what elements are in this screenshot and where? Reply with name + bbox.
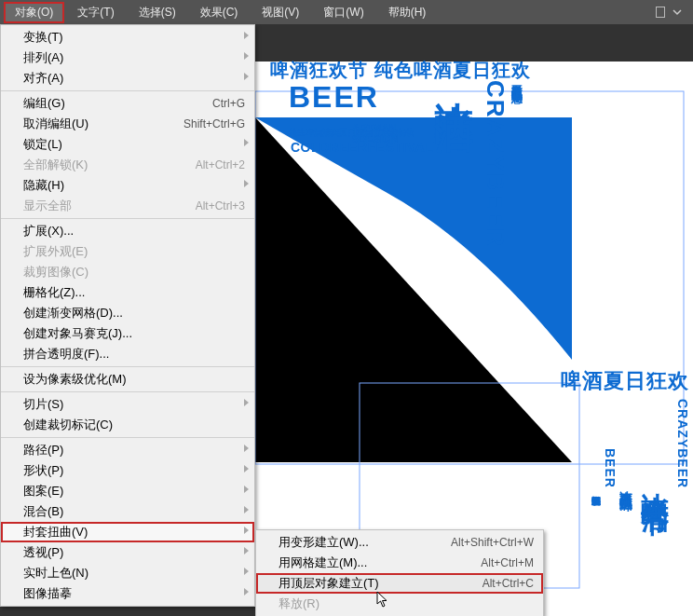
object-menu-item-14-label: 栅格化(Z)...: [23, 284, 245, 301]
envelope-submenu-item-1[interactable]: 用网格建立(M)...Alt+Ctrl+M: [256, 553, 543, 573]
art-block2-main: 冰爽啤酒节: [635, 399, 673, 488]
object-menu-item-17[interactable]: 拼合透明度(F)...: [1, 344, 254, 364]
object-menu-item-16[interactable]: 创建对象马赛克(J)...: [1, 323, 254, 344]
object-menu-item-0-label: 变换(T): [23, 29, 245, 46]
menubar: 对象(O) 文字(T) 选择(S) 效果(C) 视图(V) 窗口(W) 帮助(H…: [0, 0, 693, 24]
art-vert-main: 冰爽啤酒: [436, 71, 471, 86]
chevron-right-icon: [244, 32, 249, 39]
object-menu-item-4[interactable]: 编组(G)Ctrl+G: [1, 93, 254, 114]
object-menu-item-1[interactable]: 排列(A): [1, 48, 254, 68]
object-menu-item-14[interactable]: 栅格化(Z)...: [1, 282, 254, 303]
object-menu-item-28-label: 封套扭曲(V): [23, 524, 245, 541]
object-menu-item-13-label: 裁剪图像(C): [23, 264, 245, 281]
object-menu-item-24[interactable]: 路径(P): [1, 440, 254, 460]
envelope-submenu-item-2-label: 用顶层对象建立(T): [279, 575, 482, 592]
art-headline: 啤酒狂欢节 纯色啤酒夏日狂欢: [270, 62, 531, 78]
object-menu-item-29[interactable]: 透视(P): [1, 542, 254, 563]
envelope-submenu-item-0-label: 用变形建立(W)...: [279, 534, 451, 551]
object-menu-item-31-label: 图像描摹: [23, 585, 245, 602]
object-menu-item-12: 扩展外观(E): [1, 241, 254, 262]
chevron-right-icon: [244, 568, 249, 575]
art-sub-cn: 纯生啤酒清爽夏日啤酒节邀您畅饮: [289, 129, 414, 136]
object-menu-item-29-label: 透视(P): [23, 544, 245, 561]
art-coldfest: COLDBEERFESTIVAL: [291, 142, 433, 154]
chevron-right-icon: [244, 180, 249, 187]
chevron-right-icon: [244, 445, 249, 452]
art-vert-small: 冰爽夏日 疯狂啤酒 邀您喝: [510, 76, 523, 83]
object-menu: 变换(T)排列(A)对齐(A)编组(G)Ctrl+G取消编组(U)Shift+C…: [0, 24, 255, 607]
chevron-right-icon: [244, 52, 249, 60]
envelope-submenu-item-2-shortcut: Alt+Ctrl+C: [482, 577, 534, 590]
menu-select[interactable]: 选择(S): [128, 2, 187, 23]
object-menu-item-6-label: 锁定(L): [23, 136, 245, 153]
object-menu-item-27[interactable]: 混合(B): [1, 501, 254, 522]
object-menu-item-31[interactable]: 图像描摹: [1, 583, 254, 604]
object-menu-item-26[interactable]: 图案(E): [1, 481, 254, 501]
chevron-right-icon: [244, 527, 249, 534]
chevron-right-icon: [244, 506, 249, 513]
chevron-right-icon: [244, 465, 249, 472]
menu-type[interactable]: 文字(T): [66, 2, 125, 23]
object-menu-item-16-label: 创建对象马赛克(J)...: [23, 325, 245, 342]
envelope-distort-submenu: 用变形建立(W)...Alt+Shift+Ctrl+W用网格建立(M)...Al…: [255, 529, 544, 616]
object-menu-item-27-label: 混合(B): [23, 503, 245, 520]
art-block2-sm: 冰爽夏日疯狂啤酒: [618, 399, 632, 488]
envelope-submenu-item-0[interactable]: 用变形建立(W)...Alt+Shift+Ctrl+W: [256, 532, 543, 553]
chevron-right-icon: [244, 73, 249, 80]
object-menu-item-15-label: 创建渐变网格(D)...: [23, 305, 245, 322]
object-menu-item-5-shortcut: Shift+Ctrl+G: [183, 117, 245, 130]
chevron-right-icon: [244, 139, 249, 146]
object-menu-item-22-label: 创建裁切标记(C): [23, 417, 245, 433]
menubar-icons: [656, 7, 689, 18]
chevron-right-icon: [244, 399, 249, 406]
art-block2-xs: 邀您喝酒畅饮: [591, 399, 601, 488]
object-menu-item-21[interactable]: 切片(S): [1, 394, 254, 415]
envelope-submenu-item-3: 释放(R): [256, 594, 543, 614]
object-menu-item-4-label: 编组(G): [23, 95, 212, 112]
object-menu-item-15[interactable]: 创建渐变网格(D)...: [1, 303, 254, 323]
envelope-submenu-item-2[interactable]: 用顶层对象建立(T)Alt+Ctrl+C: [256, 573, 543, 594]
object-menu-item-19[interactable]: 设为像素级优化(M): [1, 369, 254, 390]
object-menu-item-9-shortcut: Alt+Ctrl+3: [196, 199, 245, 212]
object-menu-item-1-label: 排列(A): [23, 49, 245, 66]
chevron-right-icon: [244, 486, 249, 493]
mouse-cursor-icon: [376, 591, 389, 608]
object-menu-item-6[interactable]: 锁定(L): [1, 134, 254, 155]
envelope-submenu-item-3-label: 释放(R): [279, 595, 534, 612]
menu-help[interactable]: 帮助(H): [377, 2, 438, 23]
object-menu-item-4-shortcut: Ctrl+G: [212, 97, 245, 110]
object-menu-item-28[interactable]: 封套扭曲(V): [1, 522, 254, 542]
object-menu-item-0[interactable]: 变换(T): [1, 27, 254, 48]
envelope-submenu-item-0-shortcut: Alt+Shift+Ctrl+W: [451, 536, 534, 549]
object-menu-item-8-label: 隐藏(H): [23, 177, 245, 194]
object-menu-item-12-label: 扩展外观(E): [23, 243, 245, 260]
object-menu-item-5[interactable]: 取消编组(U)Shift+Ctrl+G: [1, 114, 254, 134]
art-block-lower: 啤酒夏日狂欢 邀您喝酒畅饮 BEER 冰爽夏日疯狂啤酒 冰爽啤酒节 CRAZYB…: [484, 367, 689, 488]
object-menu-item-11[interactable]: 扩展(X)...: [1, 221, 254, 241]
object-menu-item-25[interactable]: 形状(P): [1, 460, 254, 481]
object-menu-item-2[interactable]: 对齐(A): [1, 68, 254, 89]
object-menu-item-13: 裁剪图像(C): [1, 262, 254, 282]
menu-effect[interactable]: 效果(C): [189, 2, 250, 23]
chevron-right-icon: [244, 547, 249, 554]
object-menu-item-11-label: 扩展(X)...: [23, 223, 245, 240]
object-menu-item-26-label: 图案(E): [23, 483, 245, 500]
object-menu-item-21-label: 切片(S): [23, 396, 245, 413]
art-block2-crazy: CRAZYBEER: [675, 399, 689, 488]
object-menu-item-7-shortcut: Alt+Ctrl+2: [196, 158, 245, 171]
chevron-down-icon[interactable]: [673, 7, 682, 17]
object-menu-item-2-label: 对齐(A): [23, 70, 245, 87]
object-menu-item-8[interactable]: 隐藏(H): [1, 175, 254, 196]
object-menu-item-25-label: 形状(P): [23, 462, 245, 479]
object-menu-item-7: 全部解锁(K)Alt+Ctrl+2: [1, 155, 254, 175]
object-menu-item-30[interactable]: 实时上色(N): [1, 563, 254, 583]
menu-view[interactable]: 视图(V): [251, 2, 310, 23]
art-block2-head: 啤酒夏日狂欢: [484, 367, 689, 395]
object-menu-item-22[interactable]: 创建裁切标记(C): [1, 415, 254, 435]
menu-object[interactable]: 对象(O): [4, 2, 64, 23]
menu-window[interactable]: 窗口(W): [312, 2, 374, 23]
object-menu-item-30-label: 实时上色(N): [23, 565, 245, 582]
art-beer: BEER: [289, 84, 379, 111]
object-menu-item-17-label: 拼合透明度(F)...: [23, 346, 245, 363]
arrange-docs-icon[interactable]: [656, 7, 665, 18]
